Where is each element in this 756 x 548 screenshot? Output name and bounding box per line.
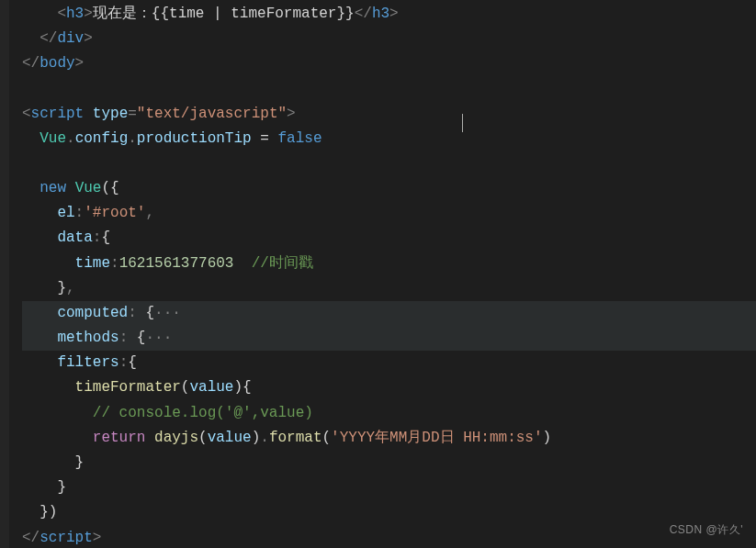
code-line: new Vue({ (22, 176, 756, 201)
code-line: <script type="text/javascript"> (22, 102, 756, 127)
fold-icon: ··· (154, 305, 181, 321)
code-line: el:'#root', (22, 201, 756, 226)
code-line: filters:{ (22, 351, 756, 375)
code-line: methods: {··· (22, 326, 756, 351)
code-line: } (22, 451, 756, 475)
code-line: // console.log('@',value) (22, 401, 756, 426)
code-line: </script> (22, 526, 756, 548)
code-line: data:{ (22, 226, 756, 251)
text-cursor (462, 114, 463, 132)
code-line: </body> (22, 51, 756, 76)
code-line: timeFormater(value){ (22, 375, 756, 400)
code-line: }) (22, 500, 756, 525)
code-line: return dayjs(value).format('YYYY年MM月DD日 … (22, 426, 756, 451)
fold-icon: ··· (145, 330, 172, 346)
code-line: computed: {··· (22, 301, 756, 326)
code-line: </div> (22, 27, 756, 51)
code-line: time:1621561377603 //时间戳 (22, 252, 756, 276)
code-line: <h3>现在是：{{time | timeFormater}}</h3> (22, 2, 756, 27)
code-editor[interactable]: <h3>现在是：{{time | timeFormater}}</h3> </d… (0, 0, 756, 548)
code-line: } (22, 475, 756, 500)
code-line: Vue.config.productionTip = false (22, 127, 756, 151)
code-line: }, (22, 276, 756, 301)
watermark: CSDN @许久' (670, 520, 743, 539)
